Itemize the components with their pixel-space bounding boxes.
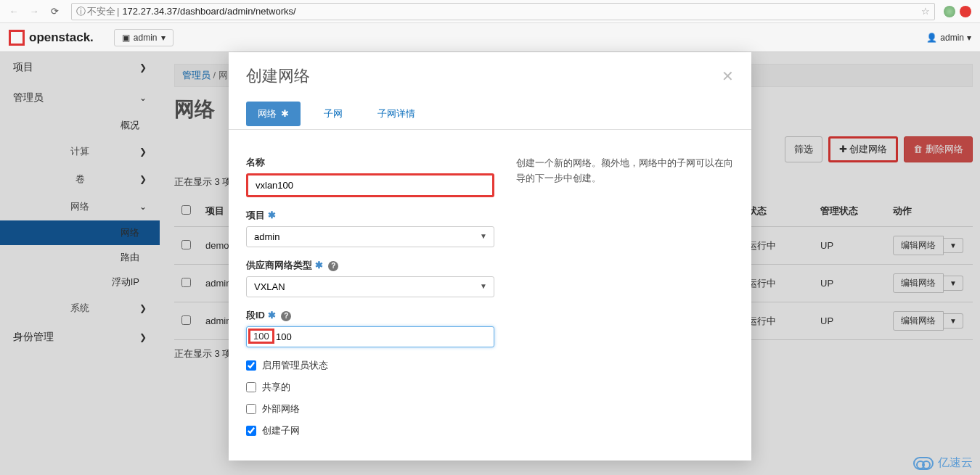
- create-subnet-checkbox[interactable]: 创建子网: [246, 424, 494, 437]
- project-label: 项目 ✱: [246, 209, 494, 222]
- tab-subnet-detail[interactable]: 子网详情: [366, 102, 427, 126]
- provider-select[interactable]: [246, 276, 494, 297]
- back-button[interactable]: ←: [6, 4, 22, 20]
- enable-admin-checkbox[interactable]: 启用管理员状态: [246, 359, 494, 372]
- project-selector[interactable]: ▣ admin ▾: [114, 29, 173, 46]
- bookmark-star-icon[interactable]: ☆: [921, 6, 930, 17]
- caret-down-icon: ▾: [967, 33, 971, 43]
- external-checkbox[interactable]: 外部网络: [246, 402, 494, 416]
- extension-icon-1[interactable]: [944, 6, 955, 17]
- segment-input[interactable]: [246, 326, 494, 347]
- close-icon[interactable]: ✕: [722, 67, 734, 85]
- extension-icon-2[interactable]: [960, 6, 971, 17]
- url-text: 172.27.34.37/dashboard/admin/networks/: [122, 6, 921, 17]
- create-network-modal: 创建网络 ✕ 网络 ✱ 子网 子网详情 名称 项目 ✱ 供应商网络类型 ✱ ? …: [229, 52, 751, 460]
- modal-form: 名称 项目 ✱ 供应商网络类型 ✱ ? 段ID ✱ ? 100 启用管理员状态 …: [246, 156, 494, 446]
- provider-label: 供应商网络类型 ✱ ?: [246, 259, 494, 272]
- project-select[interactable]: [246, 226, 494, 247]
- openstack-logo-icon: [9, 30, 25, 46]
- insecure-badge: ⓘ 不安全 |: [76, 5, 119, 18]
- reload-button[interactable]: ⟳: [46, 4, 62, 20]
- domain-icon: ▣: [122, 33, 130, 43]
- modal-tabs: 网络 ✱ 子网 子网详情: [229, 102, 751, 126]
- brand[interactable]: openstack.: [9, 30, 94, 46]
- brand-text: openstack.: [29, 30, 94, 45]
- name-input[interactable]: [246, 173, 494, 197]
- help-icon[interactable]: ?: [328, 261, 338, 271]
- watermark: 亿速云: [913, 455, 973, 471]
- user-menu[interactable]: 👤 admin ▾: [926, 33, 971, 43]
- modal-title: 创建网络: [246, 65, 310, 87]
- name-label: 名称: [246, 156, 494, 169]
- caret-down-icon: ▾: [161, 33, 166, 43]
- forward-button[interactable]: →: [26, 4, 42, 20]
- tab-network[interactable]: 网络 ✱: [246, 102, 301, 126]
- user-menu-label: admin: [940, 33, 964, 43]
- shared-checkbox[interactable]: 共享的: [246, 381, 494, 394]
- browser-toolbar: ← → ⟳ ⓘ 不安全 | 172.27.34.37/dashboard/adm…: [0, 0, 980, 23]
- tab-subnet[interactable]: 子网: [312, 102, 354, 126]
- modal-help-text: 创建一个新的网络。额外地，网络中的子网可以在向导的下一步中创建。: [516, 156, 734, 446]
- help-icon[interactable]: ?: [281, 311, 291, 321]
- user-icon: 👤: [926, 33, 937, 43]
- extensions-area: [944, 6, 974, 17]
- address-bar[interactable]: ⓘ 不安全 | 172.27.34.37/dashboard/admin/net…: [71, 3, 935, 20]
- project-selector-label: admin: [134, 33, 158, 43]
- segment-label: 段ID ✱ ?: [246, 309, 494, 322]
- watermark-logo-icon: [913, 457, 934, 470]
- top-navbar: openstack. ▣ admin ▾ 👤 admin ▾: [0, 23, 980, 52]
